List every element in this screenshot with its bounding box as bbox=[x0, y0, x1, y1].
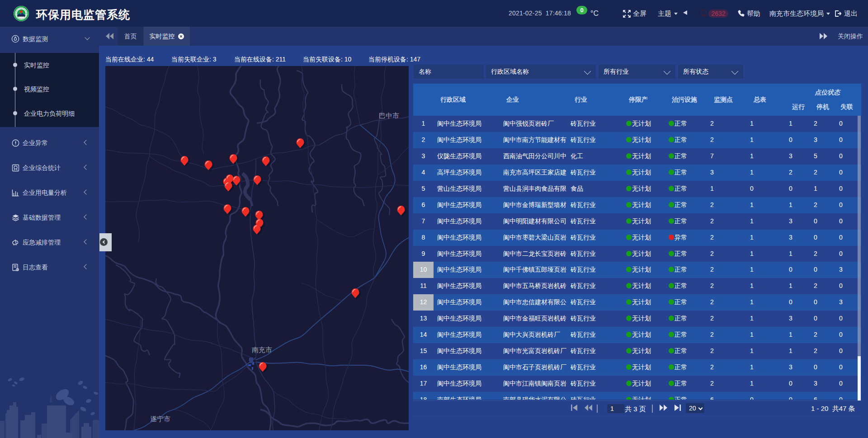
svg-text:南充市: 南充市 bbox=[252, 346, 272, 353]
svg-text:遂宁市: 遂宁市 bbox=[150, 415, 170, 423]
svg-text:巴中市: 巴中市 bbox=[379, 112, 399, 119]
